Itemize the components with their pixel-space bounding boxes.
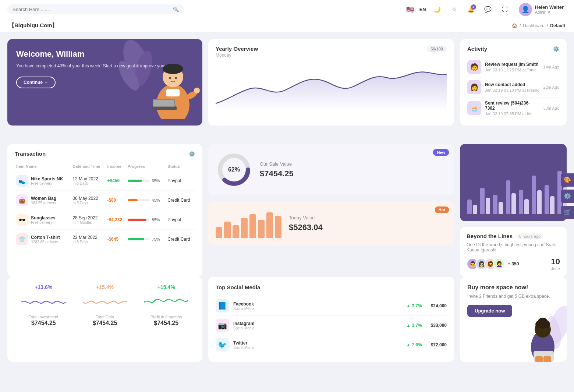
beyond-time: 6 hours ago (516, 233, 543, 239)
star-icon[interactable]: ☆ (448, 4, 460, 15)
notification-badge: 4 (471, 4, 476, 10)
transaction-settings-icon[interactable]: ⚙️ (189, 151, 195, 157)
item-sub: Free delivery (31, 181, 63, 186)
status-cell: Credit Card (166, 191, 195, 210)
progress-fill (128, 219, 146, 221)
transaction-body: 👟 Nike Sports NK Free delivery 12 May 20… (15, 171, 195, 249)
item-icon: 🕶️ (16, 214, 28, 226)
social-name: Twitter (233, 340, 254, 346)
yearly-overview-badge: 50/100 (427, 46, 447, 52)
svg-point-26 (543, 321, 550, 328)
social-logo: 🐦 (216, 338, 229, 352)
activity-list: 🧑 Review request jim Smith Jan 03 19 12:… (467, 57, 559, 119)
second-row: Transaction ⚙️ Item NameDate and TimeInc… (0, 144, 574, 277)
svg-point-27 (540, 329, 542, 331)
bar-mini (266, 212, 273, 238)
search-input[interactable] (13, 7, 170, 12)
breadcrumb-dashboard[interactable]: Dashboard (523, 23, 545, 28)
social-item: 🐦 Twitter Social Media ▲ 7.6% $72,000 (216, 335, 447, 354)
dark-mode-toggle[interactable]: 🌙 (431, 4, 443, 15)
wave-svg (15, 293, 72, 311)
progress-fill (128, 199, 138, 201)
beyond-desc: One Of the world,s brightest, young surf… (467, 242, 560, 252)
today-bar-chart (216, 209, 281, 238)
item-icon: 👜 (16, 194, 28, 206)
today-value-amount: $5263.04 (289, 223, 323, 232)
activity-avatar: 🧁 (467, 101, 481, 115)
yearly-overview-card: Yearly Overview Monday 50/100 (208, 39, 454, 126)
transaction-col-header: Income (106, 162, 126, 171)
person2-svg (519, 303, 567, 362)
svg-text:62%: 62% (228, 166, 240, 173)
search-bar[interactable]: 🔍 (7, 4, 184, 14)
item-date: 12 May 2022 (72, 176, 104, 181)
nav-icons: 🇺🇸 EN 🌙 ☆ 🔔 4 💬 ⛶ 👤 Helen Walter Admin ∨ (406, 1, 567, 18)
svg-rect-8 (166, 89, 180, 96)
float-palette-button[interactable]: 🎨 (561, 173, 574, 187)
stat-label: Profit in 6 months (137, 315, 195, 319)
item-period: In 8 Days (72, 240, 104, 244)
progress-cell: 75% (126, 230, 166, 249)
stats-card: +13.6% Total Investment $7454.25 +15.4% … (7, 277, 202, 362)
wave-svg (137, 293, 195, 311)
bar-group (545, 185, 554, 214)
bar-light (486, 198, 490, 214)
activity-item: 🧑 Review request jim Smith Jan 03 19 12:… (467, 57, 559, 77)
progress-cell: 65% (126, 171, 166, 191)
avatar-4: 👩‍🦱 (493, 258, 505, 270)
bar-mini (249, 214, 256, 238)
income-cell: -$4,232 (106, 210, 126, 230)
bar-mini (275, 216, 281, 238)
social-pct: ▲ 3.7% (406, 323, 422, 328)
activity-avatar: 👩 (467, 80, 481, 94)
item-cell: 👕 Cotton T-shirt ₹283.65 delivery (15, 230, 71, 249)
income-cell: -$645 (106, 230, 126, 249)
item-sub: ₹283.65 delivery (31, 240, 60, 244)
table-row: 👜 Women Bag ₹83.65 delivery 06 May 2022 … (15, 191, 195, 210)
activity-settings-icon[interactable]: ⚙️ (553, 46, 559, 52)
float-cart-button[interactable]: 🛒 (561, 206, 574, 219)
message-icon[interactable]: 💬 (482, 4, 494, 15)
continue-button[interactable]: Continue → (16, 77, 56, 88)
progress-cell: 45% (126, 191, 166, 210)
float-settings-button[interactable]: ⚙️ (561, 190, 574, 203)
fullscreen-icon[interactable]: ⛶ (499, 4, 511, 15)
item-cell: 🕶️ Sunglasses Free delivery (15, 210, 71, 230)
stat-value: $7454.25 (15, 320, 72, 326)
social-amount: $33,000 (431, 323, 447, 328)
transaction-col-header: Item Name (15, 162, 71, 171)
social-type: Social Media (233, 307, 254, 311)
item-name: Nike Sports NK (31, 176, 63, 181)
stat-label: Total Investment (15, 315, 72, 319)
activity-item-time: 22m Ago (543, 85, 559, 89)
social-name: Instagram (233, 321, 254, 326)
svg-rect-13 (153, 100, 174, 106)
social-list: 📘 Facebook Social Media ▲ 3.7% $24,000 📷… (216, 296, 447, 354)
breadcrumb: 🏠 / Dashboard / Default (512, 23, 565, 28)
notification-icon[interactable]: 🔔 4 (465, 4, 477, 15)
date-cell: 28 Sep 2022 In 4 Months (71, 210, 106, 230)
transaction-card: Transaction ⚙️ Item NameDate and TimeInc… (7, 144, 202, 277)
date-cell: 06 May 2022 In 5 Days (71, 191, 106, 210)
activity-text: New contact added Jan 02 19 03:10 PM at … (485, 82, 540, 92)
item-sub: Free delivery (31, 220, 56, 225)
svg-point-7 (163, 64, 183, 74)
svg-rect-30 (543, 356, 551, 362)
upgrade-button[interactable]: Upgrade now (467, 305, 512, 317)
social-type: Social Media (233, 346, 254, 350)
transaction-header-row: Item NameDate and TimeIncomeProgressStat… (15, 162, 195, 171)
bar-light (537, 190, 542, 214)
user-section[interactable]: 👤 Helen Walter Admin ∨ (516, 1, 567, 18)
item-date: 22 Mar 2022 (72, 235, 104, 240)
language-label[interactable]: EN (419, 7, 426, 12)
stat-pct: +13.6% (15, 284, 72, 290)
social-info: Twitter Social Media (233, 340, 254, 350)
progress-fill (128, 238, 144, 240)
activity-item: 🧁 Sent review (504)236-7302 Jan 02 19 07… (467, 98, 559, 119)
activity-item-name: New contact added (485, 82, 540, 87)
progress-pct: 65% (152, 179, 160, 183)
transaction-col-header: Date and Time (71, 162, 106, 171)
social-info: Instagram Social Media (233, 321, 254, 330)
social-amount: $24,000 (431, 303, 447, 308)
progress-bar (128, 219, 150, 221)
